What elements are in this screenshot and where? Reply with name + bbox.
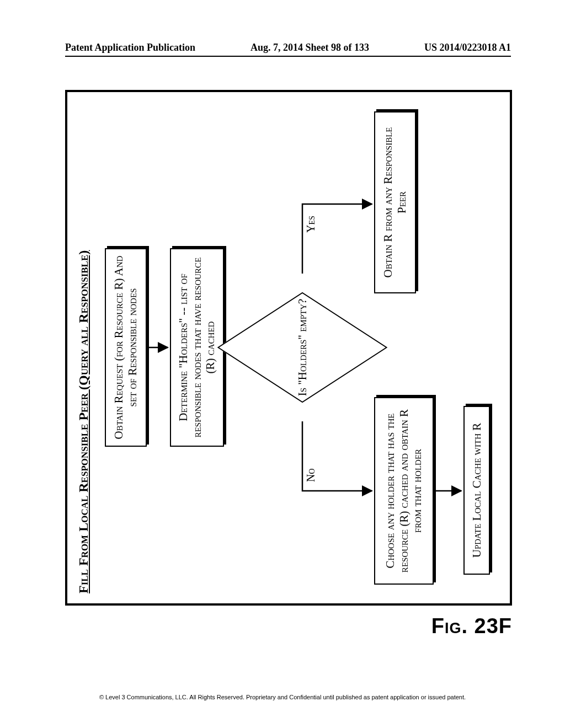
step-determine-holders: Determine "Holders" -- list of responsib… [170,248,224,447]
step-obtain-request-text: Obtain Request (for Resource R) And set … [112,255,140,440]
figure-caption: Fig. 23F [431,614,512,638]
step-determine-holders-text: Determine "Holders" -- list of responsib… [177,255,217,440]
page-header: Patent Application Publication Aug. 7, 2… [65,42,511,57]
copyright-footer: © Level 3 Communications, LLC. All Right… [0,694,565,700]
step-obtain-request: Obtain Request (for Resource R) And set … [105,248,147,447]
label-no: No [305,468,317,482]
label-yes: Yes [305,216,317,233]
step-obtain-from-peer: Obtain R from any Responsible Peer [374,111,416,293]
step-obtain-from-peer-text: Obtain R from any Responsible Peer [381,118,409,287]
header-left: Patent Application Publication [65,42,195,53]
header-right: US 2014/0223018 A1 [424,42,511,53]
step-choose-holder: Choose any holder that has the resource … [374,397,434,585]
step-choose-holder-text: Choose any holder that has the resource … [383,404,424,578]
step-update-cache: Update Local Cache with R [463,406,490,575]
patent-page: Patent Application Publication Aug. 7, 2… [0,0,565,728]
header-center: Aug. 7, 2014 Sheet 98 of 133 [250,42,369,53]
decision-holders-empty: Is "Holders" empty? [253,298,352,397]
figure-area: Fill From Local Responsible Peer (Query … [65,90,512,630]
step-update-cache-text: Update Local Cache with R [470,423,484,558]
decision-holders-empty-text: Is "Holders" empty? [296,299,310,397]
rotated-flowchart: Fill From Local Responsible Peer (Query … [71,94,507,601]
